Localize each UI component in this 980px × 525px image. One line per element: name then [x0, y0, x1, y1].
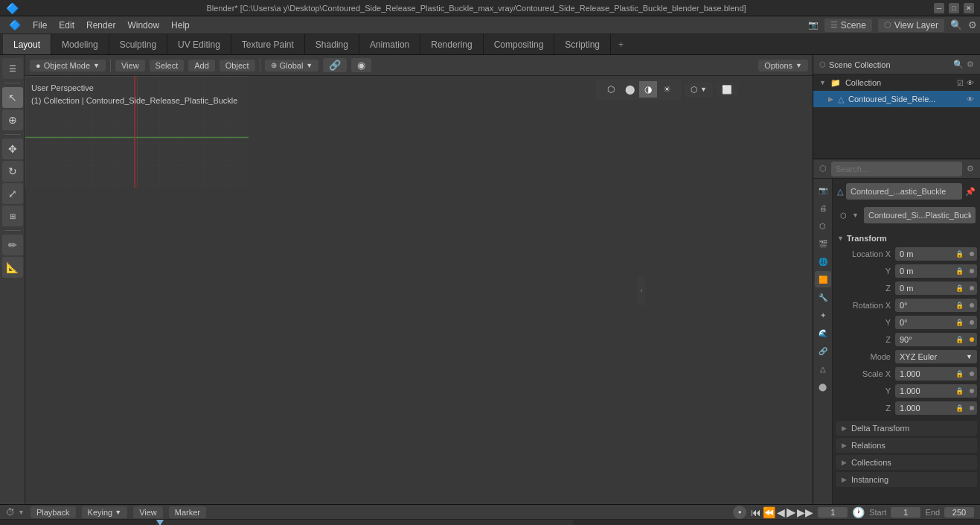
move-tool-button[interactable]: ✥ [2, 139, 23, 159]
playback-menu[interactable]: Playback [31, 506, 76, 518]
transform-dropdown[interactable]: ⊕ Global ▼ [265, 60, 319, 71]
render-properties-button[interactable]: 📷 [815, 182, 831, 198]
minimize-button[interactable]: ─ [934, 3, 944, 13]
viewport-3d[interactable]: Z X Y [25, 76, 813, 504]
workspace-selector-button[interactable]: ☰ [2, 58, 23, 79]
material-properties-button[interactable]: ⬤ [815, 378, 831, 395]
add-menu[interactable]: Add [188, 60, 215, 71]
transform-tool-button[interactable]: ⊞ [2, 206, 23, 226]
measure-tool-button[interactable]: 📐 [2, 257, 23, 278]
tab-uv-editing[interactable]: UV Editing [167, 34, 231, 54]
start-frame-field[interactable]: 1 [891, 507, 920, 518]
object-name-input[interactable]: Contoured_...astic_Buckle [846, 183, 962, 200]
end-frame-field[interactable]: 250 [944, 507, 974, 518]
view-layer-properties-button[interactable]: ⬡ [815, 217, 831, 234]
scene-properties-button[interactable]: 🎬 [815, 235, 831, 252]
marker-menu[interactable]: Marker [169, 506, 206, 518]
tab-rendering[interactable]: Rendering [420, 34, 483, 54]
location-z-field[interactable]: 0 m 🔒 [895, 281, 977, 295]
transform-header[interactable]: ▼ Transform [836, 231, 977, 246]
timeline-view-menu[interactable]: View [133, 506, 163, 518]
scene-dropdown[interactable]: ☰ Scene [824, 19, 872, 32]
instancing-header[interactable]: ▶ Instancing [836, 472, 977, 487]
rotation-z-field[interactable]: 90° 🔒 [895, 333, 977, 346]
collection-visibility-icon[interactable]: 👁 [967, 79, 974, 87]
location-y-field[interactable]: 0 m 🔒 [895, 264, 977, 278]
menu-window[interactable]: Window [121, 19, 165, 32]
menu-file[interactable]: File [27, 19, 53, 32]
relations-header[interactable]: ▶ Relations [836, 438, 977, 453]
location-x-field[interactable]: 0 m 🔒 [895, 247, 977, 261]
tab-sculpting[interactable]: Sculpting [109, 34, 167, 54]
annotate-tool-button[interactable]: ✏ [2, 235, 23, 255]
outliner-filter-icon[interactable]: 🔍 [953, 60, 964, 69]
mesh-name-input[interactable]: Contoured_Si...Plastic_Buckle [864, 207, 976, 223]
add-workspace-button[interactable]: + [611, 34, 631, 54]
snap-button[interactable]: 🔗 [323, 58, 347, 72]
mode-selector[interactable]: ● Object Mode ▼ [30, 60, 106, 71]
collections-header[interactable]: ▶ Collections [836, 455, 977, 470]
keying-menu[interactable]: Keying ▼ [82, 506, 128, 518]
tab-layout[interactable]: Layout [3, 34, 51, 54]
select-menu[interactable]: Select [150, 60, 185, 71]
rotation-mode-dropdown[interactable]: XYZ Euler ▼ [895, 350, 977, 363]
viewport-shading-selector[interactable]: ⬡ ⬤ ◑ ☀ [596, 79, 682, 100]
tab-compositing[interactable]: Compositing [484, 34, 555, 54]
particles-properties-button[interactable]: ✦ [815, 307, 831, 323]
physics-properties-button[interactable]: 🌊 [815, 325, 831, 341]
render-shading-button[interactable]: ☀ [658, 81, 676, 98]
data-properties-button[interactable]: △ [815, 360, 831, 377]
timeline-track[interactable]: -70 -40 -10 20 50 80 110 140 170 200 230… [0, 520, 980, 525]
tab-scripting[interactable]: Scripting [554, 34, 611, 54]
options-dropdown[interactable]: Options ▼ [758, 60, 808, 71]
current-frame-field[interactable]: 1 [818, 507, 848, 518]
tab-modeling[interactable]: Modeling [51, 34, 109, 54]
rotate-tool-button[interactable]: ↻ [2, 161, 23, 182]
prev-keyframe-button[interactable]: ⏪ [763, 506, 775, 518]
tab-texture-paint[interactable]: Texture Paint [231, 34, 305, 54]
menu-edit[interactable]: Edit [53, 19, 80, 32]
sync-icon[interactable]: 🕐 [852, 506, 865, 518]
object-visibility-icon[interactable]: 👁 [967, 95, 974, 104]
view-layer-dropdown[interactable]: ⬡ View Layer [878, 19, 944, 32]
viewport-overlays-button[interactable]: ⬡ ▼ [685, 83, 713, 97]
rotation-y-field[interactable]: 0° 🔒 [895, 316, 977, 329]
object-properties-button[interactable]: 🟧 [815, 271, 831, 287]
record-button[interactable]: ● [733, 506, 746, 519]
right-panel-collapse-button[interactable]: ‹ [638, 276, 645, 305]
outliner-object-item[interactable]: ▶ △ Contoured_Side_Rele... 👁 [813, 91, 980, 107]
scale-y-field[interactable]: 1.000 🔒 [895, 384, 977, 398]
filter-icon[interactable]: ⚙ [968, 19, 977, 31]
output-properties-button[interactable]: 🖨 [815, 200, 831, 216]
constraints-properties-button[interactable]: 🔗 [815, 343, 831, 359]
outliner-collection-item[interactable]: ▼ 📁 Collection ☑ 👁 [813, 74, 980, 91]
world-properties-button[interactable]: 🌐 [815, 253, 831, 270]
pin-icon[interactable]: 📌 [965, 187, 976, 197]
menu-render[interactable]: Render [80, 19, 121, 32]
cursor-tool-button[interactable]: ⊕ [2, 109, 23, 130]
scale-x-field[interactable]: 1.000 🔒 [895, 367, 977, 381]
next-frame-button[interactable]: ▶▶ [797, 506, 813, 518]
modifier-properties-button[interactable]: 🔧 [815, 289, 831, 305]
menu-help[interactable]: Help [165, 19, 196, 32]
jump-start-button[interactable]: ⏮ [751, 506, 761, 518]
tab-animation[interactable]: Animation [359, 34, 420, 54]
select-tool-button[interactable]: ↖ [2, 87, 23, 108]
delta-transform-header[interactable]: ▶ Delta Transform [836, 421, 977, 436]
proportional-edit-button[interactable]: ◉ [351, 58, 371, 72]
view-menu[interactable]: View [115, 60, 145, 71]
rotation-x-field[interactable]: 0° 🔒 [895, 299, 977, 312]
xray-toggle-button[interactable]: ⬜ [716, 83, 738, 97]
scale-z-field[interactable]: 1.000 🔒 [895, 401, 977, 415]
collection-checkbox-icon[interactable]: ☑ [957, 79, 964, 87]
solid-shading-button[interactable]: ⬤ [621, 81, 638, 98]
object-menu[interactable]: Object [220, 60, 255, 71]
scale-tool-button[interactable]: ⤢ [2, 183, 23, 204]
tab-shading[interactable]: Shading [305, 34, 359, 54]
outliner-settings-icon[interactable]: ⚙ [967, 60, 974, 69]
play-button[interactable]: ▶ [787, 505, 795, 519]
props-filter-icon[interactable]: ⚙ [967, 164, 974, 174]
close-button[interactable]: ✕ [964, 3, 974, 13]
wireframe-shading-button[interactable]: ⬡ [602, 81, 620, 98]
maximize-button[interactable]: □ [949, 3, 959, 13]
